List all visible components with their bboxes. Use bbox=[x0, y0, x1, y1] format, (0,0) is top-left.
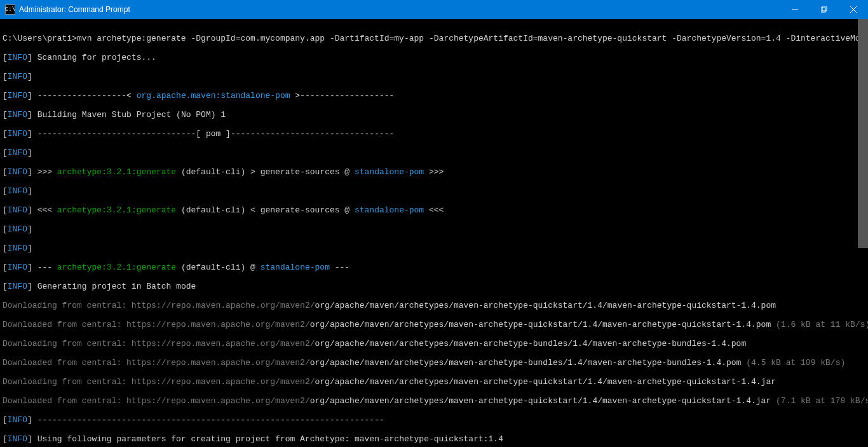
terminal-line: [INFO] bbox=[3, 244, 865, 253]
terminal-line: C:\Users\prati>mvn archetype:generate -D… bbox=[3, 34, 865, 43]
terminal-line: [INFO] bbox=[3, 186, 865, 196]
close-icon bbox=[850, 6, 857, 13]
cmd-icon: C:\ bbox=[5, 4, 15, 15]
terminal-content[interactable]: C:\Users\prati>mvn archetype:generate -D… bbox=[0, 19, 868, 447]
terminal-line: [INFO] --------------------------------[… bbox=[3, 129, 865, 139]
terminal-line: Downloading from central: https://repo.m… bbox=[3, 377, 865, 387]
svg-rect-2 bbox=[822, 6, 827, 11]
window-controls bbox=[780, 0, 868, 19]
terminal-line: [INFO] ---------------------------------… bbox=[3, 415, 865, 425]
terminal-line: Downloading from central: https://repo.m… bbox=[3, 339, 865, 348]
terminal-line: [INFO] bbox=[3, 224, 865, 234]
window-titlebar: C:\ Administrator: Command Prompt bbox=[0, 0, 868, 19]
terminal-line: [INFO] ------------------< org.apache.ma… bbox=[3, 91, 865, 100]
terminal-line: Downloading from central: https://repo.m… bbox=[3, 301, 865, 310]
maximize-button[interactable] bbox=[810, 0, 839, 19]
svg-rect-1 bbox=[821, 8, 825, 12]
terminal-line: Downloaded from central: https://repo.ma… bbox=[3, 320, 865, 329]
terminal-line: [INFO] Building Maven Stub Project (No P… bbox=[3, 110, 865, 120]
terminal-line: [INFO] Scanning for projects... bbox=[3, 53, 865, 62]
terminal-line: Downloaded from central: https://repo.ma… bbox=[3, 396, 865, 406]
terminal-line: [INFO] >>> archetype:3.2.1:generate (def… bbox=[3, 167, 865, 177]
terminal-line: [INFO] bbox=[3, 72, 865, 81]
terminal-line: [INFO] Using following parameters for cr… bbox=[3, 434, 865, 444]
maximize-icon bbox=[821, 6, 827, 13]
window-title: Administrator: Command Prompt bbox=[19, 5, 780, 14]
terminal-line: Downloaded from central: https://repo.ma… bbox=[3, 358, 865, 368]
close-button[interactable] bbox=[839, 0, 868, 19]
terminal-line: [INFO] bbox=[3, 148, 865, 158]
scrollbar-thumb[interactable] bbox=[858, 19, 868, 248]
minimize-button[interactable] bbox=[780, 0, 810, 19]
terminal-line: [INFO] <<< archetype:3.2.1:generate (def… bbox=[3, 205, 865, 215]
minimize-icon bbox=[792, 6, 798, 13]
terminal-line: [INFO] Generating project in Batch mode bbox=[3, 282, 865, 291]
terminal-line: [INFO] --- archetype:3.2.1:generate (def… bbox=[3, 263, 865, 272]
